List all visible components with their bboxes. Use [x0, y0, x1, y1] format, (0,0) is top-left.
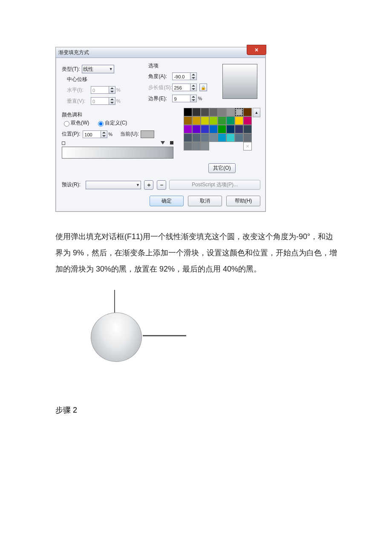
- color-swatch[interactable]: [218, 133, 226, 142]
- color-swatch[interactable]: [235, 133, 243, 142]
- custom-label: 自定义(C): [105, 119, 127, 127]
- titlebar: 渐变填充方式 ×: [56, 47, 265, 58]
- lock-icon[interactable]: 🔒: [199, 84, 207, 91]
- color-swatch[interactable]: [184, 125, 192, 133]
- custom-radio[interactable]: 自定义(C): [96, 119, 127, 127]
- other-colors-button[interactable]: 其它(O): [208, 163, 235, 173]
- horiz-spinner: [109, 86, 115, 94]
- color-swatch[interactable]: [184, 108, 192, 116]
- color-swatch[interactable]: [209, 125, 218, 133]
- color-swatch[interactable]: [218, 108, 226, 116]
- color-swatch[interactable]: [226, 116, 235, 125]
- gradient-ball: [91, 312, 142, 362]
- palette-scroll-up[interactable]: ▲: [253, 108, 260, 117]
- color-swatch[interactable]: [201, 142, 209, 150]
- color-swatch[interactable]: [226, 133, 235, 142]
- color-swatch[interactable]: [235, 108, 243, 116]
- vert-input: 0: [91, 97, 109, 105]
- step-2-heading: 步骤 2: [55, 405, 341, 415]
- gradient-mid-handle[interactable]: [161, 141, 165, 145]
- color-swatch[interactable]: [243, 125, 252, 133]
- color-swatch[interactable]: [235, 116, 243, 125]
- preset-label: 预设(R):: [62, 181, 81, 188]
- step-input: 256: [172, 84, 190, 91]
- cancel-button[interactable]: 取消: [188, 196, 222, 206]
- angle-spinner[interactable]: [190, 72, 197, 80]
- horiz-label: 水平(I):: [67, 87, 91, 94]
- color-swatch[interactable]: [209, 133, 218, 142]
- two-color-label: 双色(W): [71, 119, 89, 127]
- color-swatch[interactable]: [201, 125, 209, 133]
- horiz-unit: %: [116, 87, 121, 92]
- edge-unit: %: [198, 96, 202, 101]
- color-swatch[interactable]: [218, 125, 226, 133]
- color-swatch[interactable]: [235, 125, 243, 133]
- angle-label: 角度(A):: [148, 73, 172, 80]
- color-swatch[interactable]: [192, 142, 201, 150]
- color-swatch[interactable]: [184, 116, 192, 125]
- step-spinner: [190, 84, 197, 91]
- help-button[interactable]: 帮助(H): [226, 196, 260, 206]
- horiz-input: 0: [91, 86, 109, 94]
- vert-unit: %: [116, 98, 121, 104]
- edge-spinner[interactable]: [190, 95, 197, 102]
- ok-button[interactable]: 确定: [150, 196, 184, 206]
- color-swatch[interactable]: [201, 133, 209, 142]
- chevron-down-icon: ▼: [136, 183, 140, 187]
- current-label: 当前(U):: [120, 130, 139, 138]
- postscript-options-button[interactable]: PostScript 选项(P)...: [169, 180, 260, 190]
- edge-label: 边界(E):: [148, 95, 172, 102]
- gradient-fill-dialog: 渐变填充方式 × 类型(T): 线性 ▼ 中心位移: [55, 47, 266, 212]
- two-color-radio[interactable]: 双色(W): [62, 119, 89, 127]
- color-swatch[interactable]: [184, 142, 192, 150]
- close-icon: ×: [255, 46, 258, 53]
- color-swatch[interactable]: [243, 116, 252, 125]
- color-swatch[interactable]: [243, 133, 252, 142]
- preset-remove-button[interactable]: －: [157, 180, 166, 190]
- color-swatch[interactable]: [192, 108, 201, 116]
- position-unit: %: [108, 132, 112, 137]
- type-combo[interactable]: 线性 ▼: [82, 65, 114, 73]
- color-swatch[interactable]: [192, 116, 201, 125]
- vert-label: 垂直(V):: [67, 98, 91, 105]
- close-button[interactable]: ×: [247, 45, 266, 55]
- color-swatch[interactable]: [201, 108, 209, 116]
- angle-input[interactable]: -90.0: [172, 72, 190, 80]
- instruction-paragraph: 使用弹出填充对话框(F11)用一个线性渐变填充这个圆，改变这个角度为-90°，和…: [55, 229, 341, 277]
- color-swatch[interactable]: [209, 108, 218, 116]
- gradient-strip[interactable]: [62, 142, 173, 159]
- type-value: 线性: [83, 66, 93, 73]
- color-swatch[interactable]: [201, 116, 209, 125]
- dialog-title: 渐变填充方式: [58, 49, 89, 56]
- color-mix-label: 颜色调和: [62, 111, 179, 119]
- position-label: 位置(P):: [62, 130, 80, 138]
- gradient-end-handle[interactable]: [170, 141, 173, 145]
- ball-illustration: [77, 290, 187, 375]
- edge-input[interactable]: 9: [172, 95, 190, 102]
- position-input[interactable]: 100: [83, 130, 101, 138]
- type-label: 类型(T):: [62, 66, 80, 73]
- color-swatch[interactable]: [243, 108, 252, 116]
- color-swatch[interactable]: [184, 133, 192, 142]
- gradient-preview: [222, 64, 257, 99]
- preset-combo[interactable]: ▼: [86, 181, 141, 189]
- chevron-down-icon: ▼: [109, 67, 113, 71]
- position-spinner[interactable]: [101, 130, 107, 138]
- horizontal-line: [143, 335, 186, 336]
- gradient-bar[interactable]: [62, 147, 173, 159]
- vert-spinner: [109, 97, 115, 105]
- step-label: 步长值(S):: [148, 84, 172, 91]
- color-swatch[interactable]: [209, 116, 218, 125]
- color-swatch[interactable]: [192, 133, 201, 142]
- color-swatch[interactable]: [192, 125, 201, 133]
- current-color-swatch[interactable]: [141, 130, 154, 138]
- preset-add-button[interactable]: ＋: [144, 180, 153, 190]
- options-label: 选项: [148, 62, 216, 69]
- no-color-swatch[interactable]: ×: [243, 142, 252, 150]
- color-swatch[interactable]: [226, 108, 235, 116]
- gradient-start-handle[interactable]: [62, 142, 65, 145]
- color-swatch[interactable]: [218, 116, 226, 125]
- center-offset-label: 中心位移: [67, 76, 141, 83]
- color-palette[interactable]: × ▲: [184, 108, 260, 150]
- color-swatch[interactable]: [226, 125, 235, 133]
